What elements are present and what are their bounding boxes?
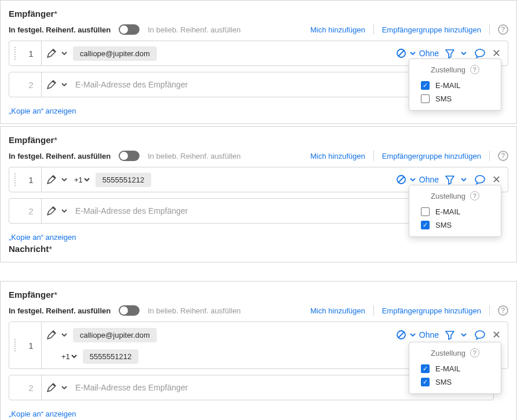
fixed-order-label: In festgel. Reihenf. ausfüllen	[9, 25, 111, 34]
help-icon[interactable]: ?	[498, 151, 508, 161]
show-cc-link[interactable]: „Kopie an“ anzeigen	[9, 233, 76, 242]
chevron-down-icon[interactable]	[61, 52, 67, 56]
delivery-popover: Zustellung ? ✓ E-MAIL SMS	[409, 59, 501, 111]
chevron-down-icon[interactable]	[61, 386, 67, 390]
delivery-option-email[interactable]: ✓ E-MAIL	[416, 362, 494, 375]
recipients-panel-1: Empfänger* In festgel. Reihenf. ausfülle…	[0, 0, 517, 124]
delivery-option-sms[interactable]: SMS	[416, 92, 494, 105]
row-number: 1	[21, 41, 42, 65]
pen-icon[interactable]	[46, 79, 57, 90]
message-icon[interactable]	[475, 48, 485, 59]
help-icon[interactable]: ?	[498, 24, 508, 35]
delivery-option-email[interactable]: E-MAIL	[416, 205, 494, 218]
delivery-option-sms[interactable]: ✓ SMS	[416, 218, 494, 232]
email-input[interactable]: E-Mail-Adresse des Empfänger	[75, 80, 188, 89]
add-me-link[interactable]: Mich hinzufügen	[310, 152, 365, 160]
remove-icon[interactable]: ✕	[491, 47, 502, 60]
section-title: Empfänger*	[9, 9, 508, 19]
show-cc-link[interactable]: „Kopie an“ anzeigen	[9, 107, 76, 115]
pen-icon[interactable]	[46, 48, 57, 59]
recipient-chip[interactable]: 5555551212	[96, 173, 151, 187]
message-section-title: Nachricht*	[9, 244, 508, 254]
order-toggle-row: In festgel. Reihenf. ausfüllen In belieb…	[9, 151, 508, 161]
pen-icon[interactable]	[46, 382, 57, 393]
delivery-icon[interactable]	[445, 48, 455, 59]
help-icon[interactable]: ?	[470, 348, 479, 357]
checkbox-icon[interactable]	[421, 94, 430, 103]
help-icon[interactable]: ?	[470, 191, 479, 200]
recipient-chip-email[interactable]: calliope@jupiter.dom	[73, 328, 157, 342]
email-input[interactable]: E-Mail-Adresse des Empfänger	[75, 383, 188, 392]
pen-icon[interactable]	[46, 206, 57, 216]
drag-handle[interactable]	[9, 322, 21, 368]
chevron-down-icon[interactable]	[61, 178, 67, 182]
chevron-down-icon[interactable]	[461, 333, 467, 337]
order-toggle-row: In festgel. Reihenf. ausfüllen In belieb…	[9, 305, 508, 316]
delivery-popover: Zustellung ? E-MAIL ✓ SMS	[409, 185, 501, 237]
remove-icon[interactable]: ✕	[491, 173, 502, 186]
recipients-panel-3: Empfänger* In festgel. Reihenf. ausfülle…	[0, 281, 517, 420]
delivery-icon[interactable]	[445, 174, 455, 185]
drag-handle[interactable]	[9, 41, 21, 65]
section-title: Empfänger*	[9, 290, 508, 300]
order-toggle-row: In festgel. Reihenf. ausfüllen In belieb…	[9, 24, 508, 35]
country-code-select[interactable]: +1	[74, 176, 90, 184]
popover-title: Zustellung	[431, 65, 465, 74]
recipients-panel-2: Empfänger* In festgel. Reihenf. ausfülle…	[0, 126, 517, 262]
checkbox-icon[interactable]	[421, 207, 430, 216]
add-me-link[interactable]: Mich hinzufügen	[310, 25, 365, 34]
order-toggle[interactable]	[119, 305, 140, 316]
chevron-down-icon[interactable]	[61, 83, 67, 87]
show-cc-link[interactable]: „Kopie an“ anzeigen	[9, 410, 76, 418]
recipient-chip[interactable]: calliope@jupiter.dom	[73, 46, 157, 61]
add-me-link[interactable]: Mich hinzufügen	[310, 306, 365, 315]
chevron-down-icon[interactable]	[61, 209, 67, 213]
remove-icon[interactable]: ✕	[491, 328, 502, 341]
order-toggle[interactable]	[119, 151, 140, 161]
delivery-option-email[interactable]: ✓ E-MAIL	[416, 79, 494, 92]
email-input[interactable]: E-Mail-Adresse des Empfänger	[75, 206, 188, 216]
section-title: Empfänger*	[9, 135, 508, 145]
help-icon[interactable]: ?	[470, 65, 479, 74]
order-toggle[interactable]	[119, 24, 140, 35]
delivery-option-sms[interactable]: ✓ SMS	[416, 375, 494, 389]
row-number: 2	[21, 72, 42, 97]
pen-icon[interactable]	[46, 174, 57, 185]
delivery-icon[interactable]	[445, 330, 455, 340]
checkbox-icon[interactable]: ✓	[421, 364, 430, 373]
add-group-link[interactable]: Empfängergruppe hinzufügen	[382, 152, 481, 160]
chevron-down-icon[interactable]	[61, 333, 67, 337]
add-group-link[interactable]: Empfängergruppe hinzufügen	[382, 306, 481, 315]
auth-dropdown[interactable]: Ohne	[396, 174, 439, 185]
help-icon[interactable]: ?	[498, 305, 508, 316]
recipient-chip-phone[interactable]: 5555551212	[83, 349, 138, 364]
pen-icon[interactable]	[46, 330, 57, 340]
message-icon[interactable]	[475, 174, 485, 185]
any-order-label: In belieb. Reihenf. ausfüllen	[148, 25, 240, 34]
checkbox-icon[interactable]: ✓	[421, 378, 430, 386]
delivery-popover: Zustellung ? ✓ E-MAIL ✓ SMS	[409, 342, 501, 394]
country-code-select[interactable]: +1	[61, 352, 77, 361]
auth-dropdown[interactable]: Ohne	[396, 48, 439, 59]
auth-dropdown[interactable]: Ohne	[396, 330, 439, 340]
checkbox-icon[interactable]: ✓	[421, 81, 430, 90]
message-icon[interactable]	[475, 330, 485, 340]
add-group-link[interactable]: Empfängergruppe hinzufügen	[382, 25, 481, 34]
chevron-down-icon[interactable]	[461, 178, 467, 182]
checkbox-icon[interactable]: ✓	[421, 221, 430, 229]
drag-handle[interactable]	[9, 167, 21, 192]
chevron-down-icon[interactable]	[461, 52, 467, 56]
